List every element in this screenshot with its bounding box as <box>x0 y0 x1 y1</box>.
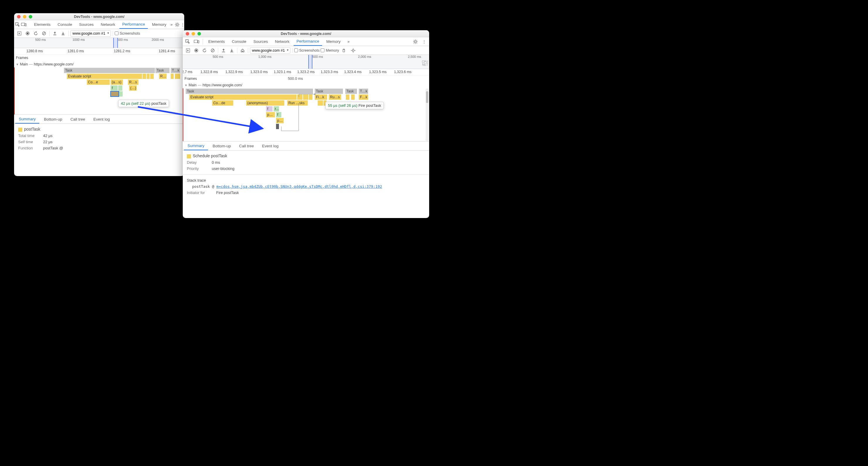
flame-block[interactable]: p… <box>276 118 284 123</box>
flame-block[interactable]: Co…de <box>212 100 233 106</box>
flame-block[interactable] <box>309 94 312 100</box>
inspect-icon[interactable] <box>15 21 20 28</box>
flame-block[interactable]: F…k <box>359 94 368 100</box>
flame-block[interactable] <box>111 91 119 96</box>
frames-track-header[interactable]: Frames 500.0 ms <box>183 76 429 82</box>
flame-block[interactable] <box>119 91 123 96</box>
tab-summary[interactable]: Summary <box>184 141 208 150</box>
tab-console[interactable]: Console <box>55 20 75 29</box>
tab-network[interactable]: Network <box>272 37 292 46</box>
tab-performance[interactable]: Performance <box>293 37 322 46</box>
reload-icon[interactable] <box>201 47 208 54</box>
upload-icon[interactable] <box>51 30 58 37</box>
upload-icon[interactable] <box>220 47 227 54</box>
inspect-icon[interactable] <box>184 38 191 46</box>
record-icon[interactable] <box>24 30 31 37</box>
screenshots-checkbox[interactable]: Screenshots <box>294 49 319 53</box>
tab-network[interactable]: Network <box>98 20 118 29</box>
flame-block[interactable]: Task <box>64 68 155 73</box>
flame-block[interactable]: f <box>266 106 273 112</box>
more-tabs-icon[interactable]: » <box>345 38 352 46</box>
flame-block[interactable]: Ru…s <box>329 94 341 100</box>
drawer-icon[interactable] <box>16 30 23 37</box>
tab-sources[interactable]: Sources <box>250 37 271 46</box>
reload-icon[interactable] <box>32 30 39 37</box>
flame-block[interactable]: Task <box>315 89 343 94</box>
flame-block[interactable]: Task <box>186 89 313 94</box>
more-tabs-icon[interactable]: » <box>170 21 173 28</box>
drawer-icon[interactable] <box>185 47 191 54</box>
flame-chart[interactable]: TaskTaskT…kEvaluate scriptR…Co…e(a…s)R…s… <box>14 67 184 114</box>
record-icon[interactable] <box>193 47 200 54</box>
flame-block[interactable]: Evaluate script <box>67 74 142 79</box>
close-icon[interactable] <box>17 15 21 19</box>
flame-block[interactable]: r… <box>274 106 279 112</box>
recording-select[interactable]: www.google.com #1 <box>70 30 111 37</box>
frames-track-header[interactable]: Frames <box>14 55 184 61</box>
main-track-header[interactable]: ▼ Main — https://www.google.com/ <box>183 82 429 88</box>
screenshots-checkbox[interactable]: Screenshots <box>115 31 140 35</box>
flame-block[interactable] <box>171 74 174 79</box>
gear-icon[interactable] <box>350 47 357 54</box>
flame-block[interactable] <box>118 85 122 91</box>
kebab-icon[interactable]: ⋮ <box>421 38 428 46</box>
gear-icon[interactable] <box>175 21 180 28</box>
flame-block[interactable]: Evaluate script <box>189 94 297 100</box>
flame-block[interactable] <box>346 94 349 100</box>
flame-block[interactable] <box>318 100 323 106</box>
flame-block[interactable] <box>351 94 355 100</box>
tab-calltree[interactable]: Call tree <box>236 141 257 150</box>
flame-block[interactable]: Co…e <box>87 80 110 85</box>
home-icon[interactable] <box>239 47 246 54</box>
tab-bottomup[interactable]: Bottom-up <box>209 141 235 150</box>
recording-selector[interactable]: www.google.com #1 <box>70 30 111 37</box>
flame-block[interactable]: R… <box>159 74 166 79</box>
tab-eventlog[interactable]: Event log <box>258 141 282 150</box>
flame-block[interactable] <box>147 74 150 79</box>
flame-block[interactable] <box>276 124 279 129</box>
tab-memory[interactable]: Memory <box>149 20 169 29</box>
tab-memory[interactable]: Memory <box>323 37 343 46</box>
download-icon[interactable] <box>60 30 67 37</box>
device-icon[interactable] <box>193 38 200 46</box>
flame-block[interactable]: (…) <box>129 85 137 91</box>
tab-elements[interactable]: Elements <box>31 20 53 29</box>
close-icon[interactable] <box>186 32 189 35</box>
clear-icon[interactable] <box>40 30 48 37</box>
titlebar[interactable]: DevTools - www.google.com/ <box>183 30 429 37</box>
flame-block[interactable]: f <box>276 112 281 117</box>
flame-scrollbar[interactable] <box>426 88 429 141</box>
flame-block[interactable]: T…k <box>359 89 368 94</box>
overview-minimap[interactable]: 500 ms 1,000 ms 1,500 ms 500 ms 2,000 ms… <box>183 55 429 69</box>
flame-block[interactable]: p… <box>266 112 275 117</box>
flame-block[interactable]: R…s <box>128 80 138 85</box>
recording-selector[interactable]: www.google.com #1 <box>250 47 290 54</box>
maximize-icon[interactable] <box>197 32 201 35</box>
recording-select[interactable]: www.google.com #1 <box>250 47 290 54</box>
minimize-icon[interactable] <box>191 32 195 35</box>
tab-eventlog[interactable]: Event log <box>90 115 113 123</box>
flame-chart[interactable]: TaskTaskTaskT…kEvaluate scriptFi…kRu…sF…… <box>183 88 429 141</box>
kebab-icon[interactable]: ⋮ <box>181 21 184 28</box>
tab-calltree[interactable]: Call tree <box>67 115 89 123</box>
titlebar[interactable]: DevTools - www.google.com/ <box>14 13 184 20</box>
flame-block[interactable] <box>150 74 154 79</box>
flame-block[interactable]: Run …sks <box>287 100 308 106</box>
memory-checkbox[interactable]: Memory <box>321 49 339 53</box>
flame-block[interactable] <box>143 74 146 79</box>
overview-minimap[interactable]: 500 ms 1000 ms 1500 ms 500 ms 2000 ms <box>14 38 184 48</box>
tab-summary[interactable]: Summary <box>15 115 39 123</box>
time-ruler[interactable]: 1280.8 ms 1281.0 ms 1281.2 ms 1281.4 ms <box>14 48 184 55</box>
flame-block[interactable]: (a…s) <box>111 80 123 85</box>
flame-block[interactable]: (anonymous) <box>246 100 284 106</box>
minimize-icon[interactable] <box>23 15 26 19</box>
flame-block[interactable]: Fi…k <box>315 94 327 100</box>
clear-icon[interactable] <box>209 47 216 54</box>
tab-performance[interactable]: Performance <box>119 20 148 29</box>
gear-icon[interactable] <box>411 38 419 46</box>
download-icon[interactable] <box>228 47 235 54</box>
disclosure-triangle-icon[interactable]: ▼ <box>185 84 187 87</box>
scrollbar-thumb[interactable] <box>426 91 428 103</box>
trash-icon[interactable] <box>340 47 347 54</box>
tab-bottomup[interactable]: Bottom-up <box>40 115 66 123</box>
